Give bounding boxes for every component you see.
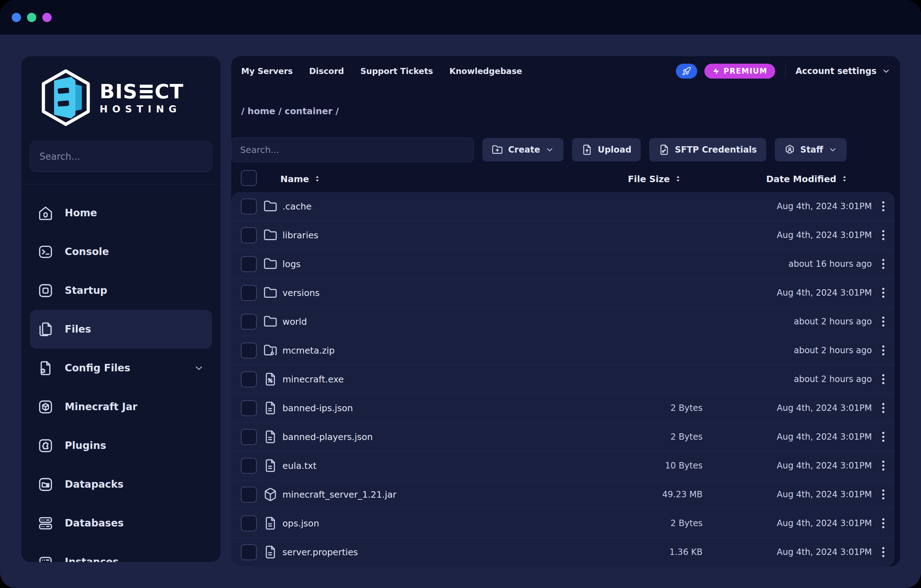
- table-row[interactable]: banned-players.json2 BytesAug 4th, 2024 …: [231, 422, 895, 451]
- row-checkbox[interactable]: [241, 458, 257, 474]
- row-checkbox[interactable]: [241, 544, 257, 560]
- file-name[interactable]: libraries: [282, 230, 550, 241]
- column-header-name[interactable]: Name: [280, 174, 321, 184]
- table-row[interactable]: logsabout 16 hours ago: [231, 249, 895, 278]
- row-menu-icon[interactable]: [872, 461, 895, 471]
- premium-button[interactable]: PREMIUM: [705, 64, 775, 78]
- row-menu-icon[interactable]: [872, 403, 895, 413]
- sidebar-item-minecraft-jar[interactable]: Minecraft Jar: [30, 388, 212, 426]
- sidebar-item-console[interactable]: Console: [30, 232, 212, 271]
- file-name[interactable]: world: [282, 317, 550, 327]
- sidebar-item-startup[interactable]: Startup: [30, 271, 212, 310]
- table-row[interactable]: versionsAug 4th, 2024 3:01PM: [231, 278, 895, 307]
- folder-icon: [263, 257, 277, 271]
- row-checkbox[interactable]: [241, 199, 257, 215]
- sidebar-item-config-files[interactable]: Config Files: [30, 349, 212, 388]
- sidebar-item-databases[interactable]: Databases: [30, 504, 212, 542]
- chevron-down-icon[interactable]: [194, 363, 204, 373]
- file-name[interactable]: banned-players.json: [282, 432, 550, 442]
- file-name[interactable]: minecraft_server_1.21.jar: [282, 489, 550, 500]
- upload-button[interactable]: Upload: [572, 138, 641, 161]
- row-menu-icon[interactable]: [872, 489, 895, 499]
- row-checkbox[interactable]: [241, 314, 257, 330]
- nav-link-support-tickets[interactable]: Support Tickets: [360, 67, 433, 76]
- sidebar-item-plugins[interactable]: Plugins: [30, 426, 212, 465]
- table-row[interactable]: eula.txt10 BytesAug 4th, 2024 3:01PM: [231, 451, 895, 480]
- file-text-icon: [263, 516, 277, 530]
- table-row[interactable]: minecraft_server_1.21.jar49.23 MBAug 4th…: [231, 480, 895, 509]
- table-row[interactable]: ops.json2 BytesAug 4th, 2024 3:01PM: [231, 509, 895, 538]
- row-checkbox[interactable]: [241, 371, 257, 388]
- file-name[interactable]: minecraft.exe: [282, 374, 550, 384]
- chevron-down-icon: [882, 67, 891, 76]
- sort-icon[interactable]: [313, 174, 321, 184]
- row-menu-icon[interactable]: [872, 374, 895, 384]
- file-date: Aug 4th, 2024 3:01PM: [703, 461, 872, 471]
- rocket-button[interactable]: [676, 64, 697, 78]
- file-name[interactable]: eula.txt: [282, 461, 550, 471]
- table-row[interactable]: minecraft.exeabout 2 hours ago: [231, 365, 895, 393]
- sidebar-item-label: Config Files: [65, 362, 130, 374]
- file-name[interactable]: banned-ips.json: [282, 403, 550, 413]
- file-name[interactable]: versions: [282, 288, 550, 298]
- file-date: Aug 4th, 2024 3:01PM: [703, 518, 872, 528]
- sidebar-item-files[interactable]: Files: [30, 310, 212, 349]
- file-name[interactable]: server.properties: [282, 547, 550, 557]
- table-row[interactable]: .cacheAug 4th, 2024 3:01PM: [231, 192, 895, 220]
- row-checkbox[interactable]: [241, 400, 257, 416]
- sidebar-item-label: Databases: [65, 517, 124, 529]
- traffic-light-green-icon[interactable]: [27, 13, 36, 22]
- row-menu-icon[interactable]: [872, 432, 895, 442]
- table-row[interactable]: librariesAug 4th, 2024 3:01PM: [231, 220, 895, 249]
- file-search-input[interactable]: Search...: [231, 137, 474, 162]
- row-menu-icon[interactable]: [872, 547, 895, 557]
- row-menu-icon[interactable]: [872, 345, 895, 355]
- row-menu-icon[interactable]: [872, 317, 895, 327]
- nav-link-my-servers[interactable]: My Servers: [241, 67, 293, 76]
- row-menu-icon[interactable]: [872, 201, 895, 211]
- sidebar-item-datapacks[interactable]: Datapacks: [30, 465, 212, 504]
- file-name[interactable]: ops.json: [282, 518, 550, 529]
- table-row[interactable]: banned-ips.json2 BytesAug 4th, 2024 3:01…: [231, 393, 895, 422]
- column-label: Date Modified: [766, 174, 836, 184]
- row-checkbox[interactable]: [241, 515, 257, 531]
- traffic-light-purple-icon[interactable]: [42, 13, 52, 22]
- sort-icon[interactable]: [674, 174, 682, 184]
- traffic-light-blue-icon[interactable]: [12, 13, 21, 22]
- column-header-file-size[interactable]: File Size: [628, 174, 682, 184]
- nav-link-knowledgebase[interactable]: Knowledgebase: [449, 67, 522, 76]
- file-name[interactable]: mcmeta.zip: [282, 345, 550, 356]
- staff-button[interactable]: Staff: [775, 138, 847, 161]
- row-menu-icon[interactable]: [872, 288, 895, 298]
- column-header-date-modified[interactable]: Date Modified: [766, 174, 848, 184]
- column-label: Name: [280, 174, 309, 184]
- sidebar-item-instances[interactable]: Instances: [30, 542, 212, 562]
- nav-links: My Servers Discord Support Tickets Knowl…: [241, 67, 522, 76]
- select-all-checkbox[interactable]: [241, 170, 257, 186]
- row-checkbox[interactable]: [241, 285, 257, 301]
- row-checkbox[interactable]: [241, 487, 257, 503]
- file-name[interactable]: .cache: [282, 201, 550, 212]
- sidebar-search-input[interactable]: Search...: [30, 141, 212, 172]
- table-row[interactable]: mcmeta.zipabout 2 hours ago: [231, 336, 895, 365]
- sftp-credentials-button[interactable]: SFTP Credentials: [649, 138, 766, 161]
- account-settings-label: Account settings: [796, 66, 877, 76]
- table-row[interactable]: server.properties1.36 KBAug 4th, 2024 3:…: [231, 538, 895, 566]
- account-settings-menu[interactable]: Account settings: [796, 66, 891, 76]
- row-checkbox[interactable]: [241, 429, 257, 445]
- row-menu-icon[interactable]: [872, 230, 895, 240]
- sort-icon[interactable]: [841, 174, 848, 184]
- row-checkbox[interactable]: [241, 227, 257, 243]
- breadcrumb[interactable]: / home / container /: [241, 106, 338, 116]
- file-name[interactable]: logs: [282, 259, 550, 269]
- row-menu-icon[interactable]: [872, 259, 895, 269]
- nav-link-discord[interactable]: Discord: [309, 67, 344, 76]
- logo-wordmark: BISCT HOSTING: [99, 81, 184, 114]
- row-checkbox[interactable]: [241, 342, 257, 358]
- table-row[interactable]: worldabout 2 hours ago: [231, 307, 895, 336]
- sidebar-item-home[interactable]: Home: [30, 194, 212, 232]
- bisect-hosting-logo[interactable]: BISCT HOSTING: [39, 68, 221, 127]
- row-checkbox[interactable]: [241, 256, 257, 272]
- row-menu-icon[interactable]: [872, 518, 895, 528]
- create-button[interactable]: Create: [482, 138, 563, 161]
